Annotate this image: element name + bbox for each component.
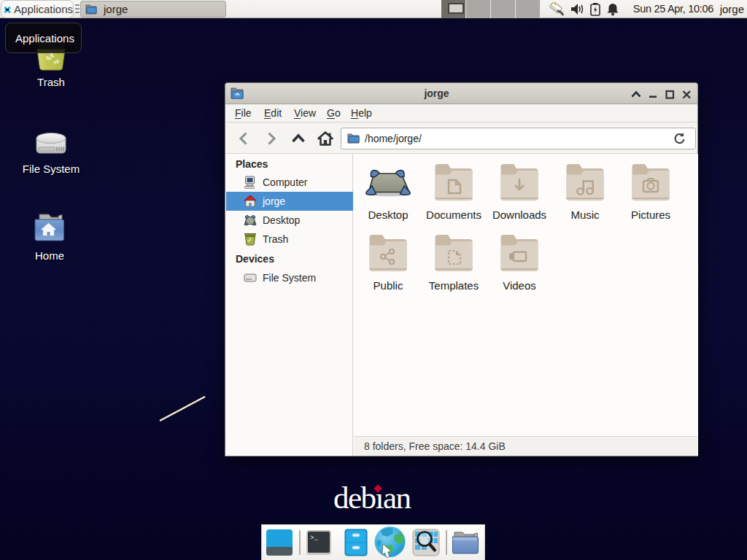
svg-text:>_: >_	[310, 534, 318, 542]
